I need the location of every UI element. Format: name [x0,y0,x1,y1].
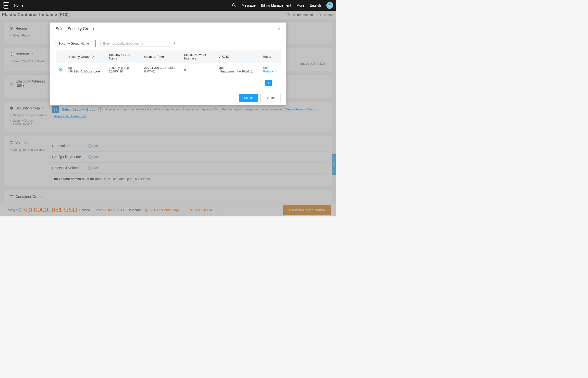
see-rules-link[interactable]: See Rules> [263,66,273,73]
nav-billing[interactable]: Billing Management [261,3,291,7]
row-radio[interactable] [58,68,62,71]
modal-cancel-button[interactable]: Cancel [260,94,280,102]
pagination: ‹ 1 › [56,76,280,88]
nav-message[interactable]: Message [242,3,255,7]
svg-line-1 [235,6,236,7]
col-creation-time: Creation Time [141,50,181,63]
modal-title: Select Security Group [56,27,94,31]
svg-point-0 [233,3,235,6]
page-prev[interactable]: ‹ [257,80,263,86]
page-next[interactable]: › [274,80,280,86]
nav-home[interactable]: Home [14,3,23,7]
cell-sg-name: security-group-20190420 [106,63,141,76]
cell-creation-time: 20 Apr 2019, 14:43:52 GMT+2 [141,63,181,76]
search-icon[interactable] [232,3,236,8]
avatar[interactable] [326,2,333,9]
select-security-group-modal: Select Security Group ✕ Security Group N… [50,23,286,105]
chevron-down-icon: ⌄ [91,42,93,45]
filter-type-select[interactable]: Security Group Name ⌄ [56,40,96,47]
col-vpc-id: VPC ID [216,50,260,63]
close-icon[interactable]: ✕ [277,27,280,31]
col-sg-id: Security Group ID [65,50,106,63]
nav-more[interactable]: More [296,3,304,7]
logo-icon[interactable] [3,2,9,9]
filter-type-label: Security Group Name [58,42,89,45]
refresh-icon[interactable]: ↻ [174,42,177,45]
table-row[interactable]: sg-rj9493sn4xh6cxanxxje security-group-2… [56,63,280,76]
modal-select-button[interactable]: Select [239,94,258,102]
cell-vpc-id: vpc-rj9nabonrunnhw10wrkr1 [216,63,260,76]
security-group-name-input[interactable] [100,40,169,47]
page-1[interactable]: 1 [265,80,272,86]
cell-eni: 0 [181,63,216,76]
cell-sg-id: sg-rj9493sn4xh6cxanxxje [65,63,106,76]
top-navbar: Home Message Billing Management More Eng… [0,0,336,11]
col-rules: Rules [260,50,280,63]
nav-language[interactable]: English [310,3,321,7]
col-eni: Elastic Network Interface [181,50,216,63]
security-group-table: Security Group ID Security Group Name Cr… [56,50,280,76]
col-sg-name: Security Group Name [106,50,141,63]
